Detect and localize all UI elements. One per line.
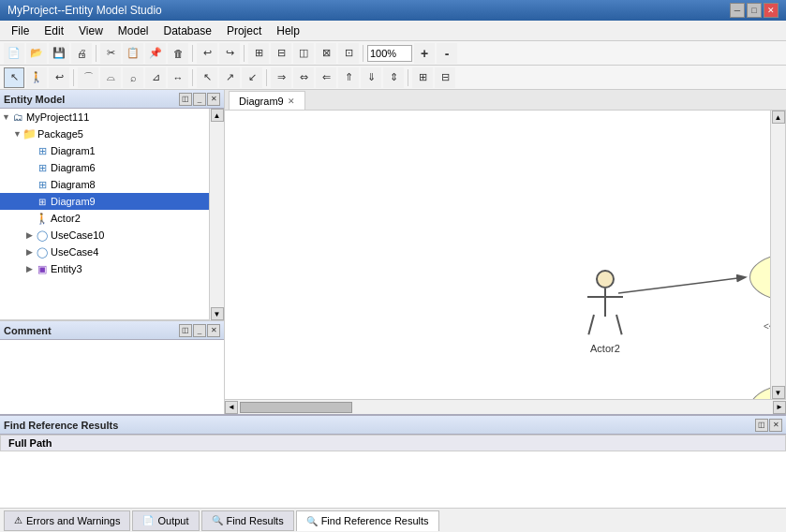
tool-n[interactable]: ⇕ (383, 67, 404, 88)
menu-model[interactable]: Model (111, 22, 156, 39)
tool-g[interactable]: ↗ (219, 67, 240, 88)
diag-scroll-right[interactable]: ► (773, 401, 786, 414)
sep2 (192, 45, 193, 62)
diag-scroll-up[interactable]: ▲ (772, 111, 785, 124)
tool-k[interactable]: ⇐ (316, 67, 336, 88)
tab-find-results[interactable]: 🔍 Find Results (201, 510, 294, 531)
new-button[interactable]: 📄 (4, 43, 24, 64)
tool-m[interactable]: ⇓ (361, 67, 381, 88)
panel-restore-button[interactable]: ◫ (179, 93, 192, 106)
sep1 (96, 45, 96, 62)
walk-tool[interactable]: 🚶 (26, 67, 47, 88)
diagram-vscrollbar[interactable]: ▲ ▼ (770, 111, 785, 399)
tool-d[interactable]: ⊿ (145, 67, 166, 88)
find-reference-header: Find Reference Results ◫ ✕ (0, 416, 786, 435)
tree-node-d6[interactable]: ▶ ⊞ Diagram6 (0, 159, 209, 176)
menu-project[interactable]: Project (219, 22, 269, 39)
paste-button[interactable]: 📌 (145, 43, 166, 64)
find-ref-close[interactable]: ✕ (769, 419, 782, 432)
tb-btn-d[interactable]: ⊠ (316, 43, 336, 64)
comment-minimize-button[interactable]: _ (193, 324, 206, 337)
undo-button[interactable]: ↩ (197, 43, 217, 64)
tb-btn-a[interactable]: ⊞ (248, 43, 269, 64)
entity-icon: ▣ (36, 262, 49, 275)
save-button[interactable]: 💾 (49, 43, 69, 64)
tool-j[interactable]: ⇔ (293, 67, 314, 88)
tool-f[interactable]: ↖ (197, 67, 217, 88)
tree-node-d9[interactable]: ▶ ⊞ Diagram9 (0, 193, 209, 210)
tool-b[interactable]: ⌓ (100, 67, 121, 88)
minimize-button[interactable]: ─ (730, 3, 745, 18)
panel-minimize-button[interactable]: _ (193, 93, 206, 106)
zoom-select[interactable]: 100% (367, 45, 412, 62)
tree-node-root[interactable]: ▼ 🗂 MyProject111 (0, 109, 209, 126)
close-button[interactable]: ✕ (764, 3, 779, 18)
expand-uc10[interactable]: ▶ (26, 230, 36, 240)
tree-node-d1[interactable]: ▶ ⊞ Diagram1 (0, 142, 209, 159)
find-reference-body[interactable]: Full Path (0, 435, 786, 508)
scroll-up-arrow[interactable]: ▲ (211, 109, 224, 122)
actor2-element[interactable]: Actor2 (590, 270, 620, 354)
expand-entity3[interactable]: ▶ (26, 264, 36, 273)
tb-btn-e[interactable]: ⊡ (338, 43, 359, 64)
comment-restore-button[interactable]: ◫ (179, 324, 192, 337)
sep8 (408, 69, 408, 86)
menu-view[interactable]: View (71, 22, 111, 39)
actor-body (604, 288, 606, 317)
tool-e[interactable]: ↔ (168, 67, 188, 88)
comment-close-button[interactable]: ✕ (207, 324, 220, 337)
copy-button[interactable]: 📋 (123, 43, 143, 64)
diagram-hscrollbar[interactable]: ◄ ► (225, 399, 786, 414)
find-ref-restore[interactable]: ◫ (755, 419, 768, 432)
diagram-canvas[interactable]: Actor2 UseCase10 UseCase4 <<extend>> ▲ (225, 111, 786, 399)
diag-scroll-left[interactable]: ◄ (225, 401, 238, 414)
tool-p[interactable]: ⊟ (435, 67, 455, 88)
select-tool[interactable]: ↖ (4, 67, 24, 88)
delete-button[interactable]: 🗑 (168, 43, 188, 64)
menu-database[interactable]: Database (156, 22, 219, 39)
tool-o[interactable]: ⊞ (412, 67, 433, 88)
tool-c[interactable]: ⌕ (123, 67, 143, 88)
tree-node-entity3[interactable]: ▶ ▣ Entity3 (0, 260, 209, 277)
cut-button[interactable]: ✂ (100, 43, 121, 64)
tree-node-d8[interactable]: ▶ ⊞ Diagram8 (0, 176, 209, 193)
tree-node-uc4[interactable]: ▶ ◯ UseCase4 (0, 244, 209, 260)
open-button[interactable]: 📂 (26, 43, 47, 64)
diagram-tab-d9[interactable]: Diagram9 ✕ (229, 91, 305, 110)
find-ref-controls: ◫ ✕ (755, 419, 782, 432)
menu-file[interactable]: File (4, 22, 37, 39)
expand-root[interactable]: ▼ (2, 112, 11, 122)
tool-h[interactable]: ↙ (242, 67, 262, 88)
tool-l[interactable]: ⇑ (338, 67, 359, 88)
tab-errors-warnings[interactable]: ⚠ Errors and Warnings (4, 510, 130, 531)
entity-tree[interactable]: ▼ 🗂 MyProject111 ▼ 📁 Package5 ▶ ⊞ (0, 109, 209, 320)
redo-button[interactable]: ↪ (219, 43, 240, 64)
zoom-out-button[interactable]: - (437, 43, 457, 64)
expand-uc4[interactable]: ▶ (26, 247, 36, 257)
menu-help[interactable]: Help (269, 22, 307, 39)
tree-label-d6: Diagram6 (51, 162, 96, 173)
tool-i[interactable]: ⇒ (271, 67, 291, 88)
diag-hthumb[interactable] (240, 402, 352, 413)
entity-model-controls: ◫ _ ✕ (179, 93, 220, 106)
tool-a[interactable]: ⌒ (78, 67, 98, 88)
zoom-in-button[interactable]: + (414, 43, 435, 64)
expand-pkg5[interactable]: ▼ (13, 129, 22, 139)
scroll-down-arrow[interactable]: ▼ (211, 307, 224, 320)
tree-node-pkg5[interactable]: ▼ 📁 Package5 (0, 126, 209, 142)
tree-vscrollbar[interactable]: ▲ ▼ (209, 109, 224, 320)
nav-back[interactable]: ↩ (49, 67, 69, 88)
comment-body[interactable] (0, 340, 224, 414)
tree-node-uc10[interactable]: ▶ ◯ UseCase10 (0, 227, 209, 244)
print-button[interactable]: 🖨 (71, 43, 92, 64)
menu-edit[interactable]: Edit (37, 22, 71, 39)
tab-close-icon[interactable]: ✕ (288, 96, 295, 106)
maximize-button[interactable]: □ (747, 3, 762, 18)
panel-close-button[interactable]: ✕ (207, 93, 220, 106)
tree-node-actor2[interactable]: ▶ 🚶 Actor2 (0, 210, 209, 227)
tab-output[interactable]: 📄 Output (132, 510, 199, 531)
tb-btn-c[interactable]: ◫ (293, 43, 314, 64)
tb-btn-b[interactable]: ⊟ (271, 43, 291, 64)
tab-find-reference-results[interactable]: 🔍 Find Reference Results (296, 510, 439, 531)
diag-scroll-down[interactable]: ▼ (772, 386, 785, 399)
